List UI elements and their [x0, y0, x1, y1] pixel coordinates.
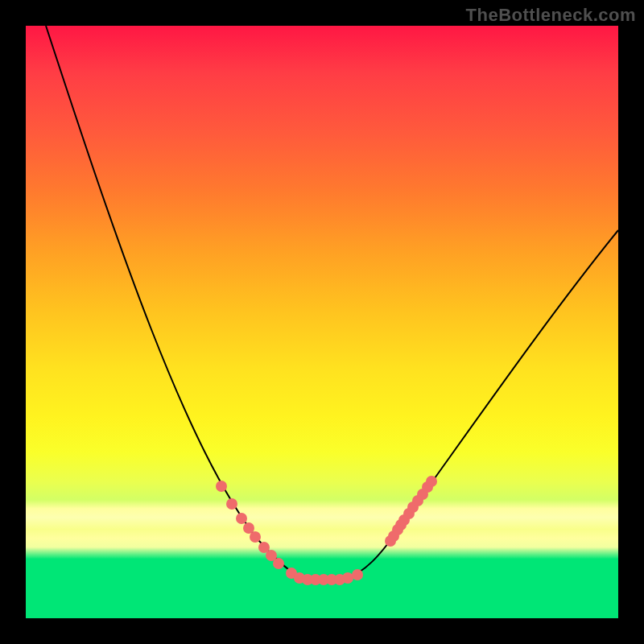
chart-frame: TheBottleneck.com: [0, 0, 644, 644]
chart-svg: [26, 26, 618, 618]
curve-dot: [236, 513, 247, 524]
curve-dot: [250, 531, 261, 543]
curve-dot: [226, 498, 237, 510]
curve-dot: [426, 476, 437, 487]
curve-dot: [273, 558, 284, 569]
curve-dot: [352, 569, 363, 580]
bottleneck-curve: [46, 26, 618, 580]
curve-dot: [216, 481, 227, 492]
curve-dot: [342, 572, 353, 584]
watermark-text: TheBottleneck.com: [466, 5, 636, 26]
curve-dot-group: [216, 476, 437, 585]
